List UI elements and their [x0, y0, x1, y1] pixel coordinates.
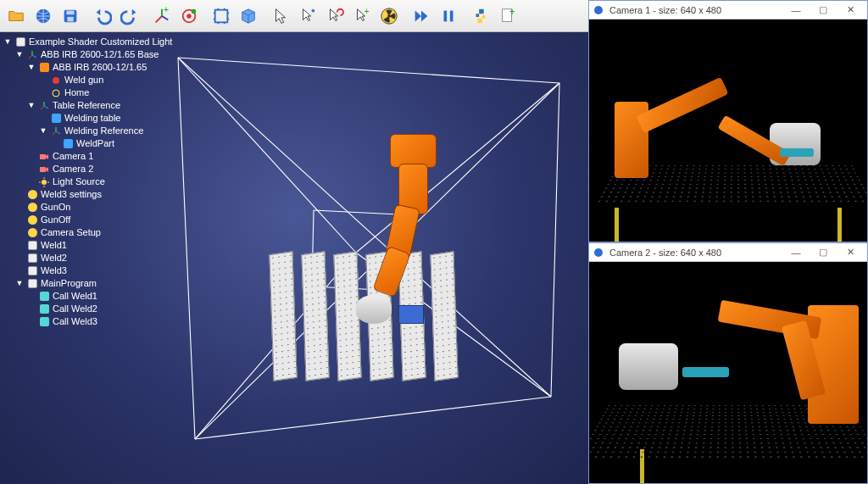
camera-2-titlebar[interactable]: Camera 2 - size: 640 x 480 — ▢ ✕ — [589, 243, 867, 262]
camera-icon — [38, 151, 50, 163]
tree-node[interactable]: Camera 1 — [3, 150, 190, 163]
frame-icon — [38, 100, 50, 112]
tree-node[interactable]: GunOff — [3, 214, 190, 226]
tree-node-label: Weld3 — [41, 264, 67, 277]
tree-node[interactable]: Call Weld3 — [3, 315, 190, 328]
tree-node[interactable]: ▼ABB IRB 2600-12/1.65 Base — [3, 48, 190, 61]
camera-1-scene — [589, 19, 867, 242]
prog-icon — [26, 265, 38, 277]
tree-node[interactable]: Weld2 — [3, 252, 190, 264]
tree-node[interactable]: WeldPart — [3, 137, 190, 150]
svg-point-38 — [594, 6, 603, 14]
tree-node[interactable]: ▼ABB IRB 2600-12/1.65 — [3, 61, 190, 74]
add-target-icon[interactable] — [176, 3, 202, 29]
prog-icon — [26, 253, 38, 264]
add-program-icon[interactable]: + — [495, 3, 520, 29]
fast-forward-icon[interactable] — [409, 3, 434, 29]
tree-node-label: Home — [64, 86, 89, 99]
tree-node[interactable]: Weld3 — [3, 264, 190, 277]
collapse-icon[interactable]: ▼ — [3, 36, 12, 48]
close-button[interactable]: ✕ — [837, 2, 864, 19]
call-icon — [38, 316, 50, 328]
undo-icon[interactable] — [90, 3, 115, 29]
light-icon — [38, 176, 50, 188]
close-button[interactable]: ✕ — [837, 244, 864, 261]
tree-node[interactable]: ▼Example Shader Customized Light — [3, 36, 190, 48]
svg-point-6 — [186, 14, 192, 19]
tree-node-label: ABB IRB 2600-12/1.65 Base — [41, 48, 159, 61]
target-icon — [50, 87, 62, 99]
tree-node[interactable]: GunOn — [3, 201, 190, 214]
tree-node[interactable]: ▼Welding Reference — [3, 125, 190, 137]
tree-node-label: Camera 1 — [53, 150, 93, 163]
minimize-button[interactable]: — — [782, 244, 810, 261]
svg-text:+: + — [509, 7, 515, 18]
svg-text:+: + — [364, 7, 370, 16]
svg-rect-3 — [67, 16, 73, 20]
pause-icon[interactable] — [436, 3, 461, 29]
tree-node-label: Weld gun — [64, 74, 103, 86]
collapse-icon[interactable]: ▼ — [15, 48, 24, 61]
tree-node[interactable]: Camera Setup — [3, 226, 190, 239]
main-toolbar: +++ — [0, 0, 588, 32]
collision-icon[interactable] — [376, 3, 402, 29]
maximize-button[interactable]: ▢ — [810, 244, 837, 261]
cursor-select-icon[interactable] — [268, 3, 293, 29]
tree-node-label: Camera Setup — [41, 226, 101, 239]
tree-node-label: ABB IRB 2600-12/1.65 — [53, 61, 147, 74]
call-icon — [38, 303, 50, 315]
camera-1-window[interactable]: Camera 1 - size: 640 x 480 — ▢ ✕ — [588, 0, 868, 242]
collapse-icon[interactable]: ▼ — [27, 99, 36, 112]
collapse-icon[interactable]: ▼ — [39, 125, 47, 137]
svg-line-22 — [195, 397, 551, 439]
svg-rect-31 — [40, 154, 46, 159]
tree-node[interactable]: Call Weld1 — [3, 290, 190, 303]
collapse-icon[interactable]: ▼ — [27, 61, 36, 74]
add-frame-icon[interactable]: + — [149, 3, 175, 29]
tree-node[interactable]: Light Source — [3, 175, 190, 188]
tree-node[interactable]: Weld3 settings — [3, 188, 190, 201]
tree-node-label: Weld3 settings — [41, 188, 102, 201]
maximize-button[interactable]: ▢ — [810, 2, 837, 19]
tree-node-label: Weld2 — [41, 252, 67, 264]
collapse-icon[interactable]: ▼ — [15, 277, 24, 290]
tree-node[interactable]: Weld1 — [3, 239, 190, 252]
save-icon[interactable] — [58, 3, 83, 29]
cursor-rotate-icon[interactable] — [322, 3, 348, 29]
svg-rect-13 — [450, 10, 453, 21]
tree-node[interactable]: ▼MainProgram — [3, 277, 190, 290]
cursor-plus-icon[interactable]: + — [349, 3, 375, 29]
tree-node-label: Weld1 — [41, 239, 67, 252]
station-tree[interactable]: ▼Example Shader Customized Light▼ABB IRB… — [3, 36, 190, 328]
redo-icon[interactable] — [117, 3, 142, 29]
camera-1-titlebar[interactable]: Camera 1 - size: 640 x 480 — ▢ ✕ — [589, 1, 867, 19]
open-folder-icon[interactable] — [3, 3, 29, 29]
camera-2-title: Camera 2 - size: 640 x 480 — [609, 248, 782, 258]
svg-point-39 — [594, 248, 603, 257]
camera-2-window[interactable]: Camera 2 - size: 640 x 480 — ▢ ✕ — [588, 242, 868, 484]
tree-node[interactable]: ▼Table Reference — [3, 99, 190, 112]
minimize-button[interactable]: — — [782, 2, 810, 19]
tree-node-label: WeldPart — [76, 137, 114, 150]
tree-node-label: MainProgram — [41, 277, 97, 290]
tree-node[interactable]: Camera 2 — [3, 163, 190, 175]
cursor-pan-icon[interactable] — [295, 3, 320, 29]
settings-icon — [26, 214, 38, 226]
object-icon — [62, 138, 74, 150]
app-icon — [593, 247, 604, 259]
tree-node[interactable]: Call Weld2 — [3, 303, 190, 315]
frame-icon — [26, 49, 38, 61]
globe-icon[interactable] — [31, 3, 56, 29]
svg-rect-2 — [66, 10, 74, 14]
object-icon — [50, 113, 62, 125]
tree-node[interactable]: Weld gun — [3, 74, 190, 86]
tree-node-label: Welding table — [64, 112, 120, 125]
fit-view-icon[interactable] — [209, 3, 234, 29]
tree-node-label: Light Source — [53, 175, 105, 188]
svg-point-33 — [42, 180, 47, 185]
camera-2-scene — [589, 262, 867, 483]
tree-node[interactable]: Home — [3, 86, 190, 99]
tree-node[interactable]: Welding table — [3, 112, 190, 125]
projection-icon[interactable] — [236, 3, 261, 29]
python-icon[interactable] — [468, 3, 493, 29]
